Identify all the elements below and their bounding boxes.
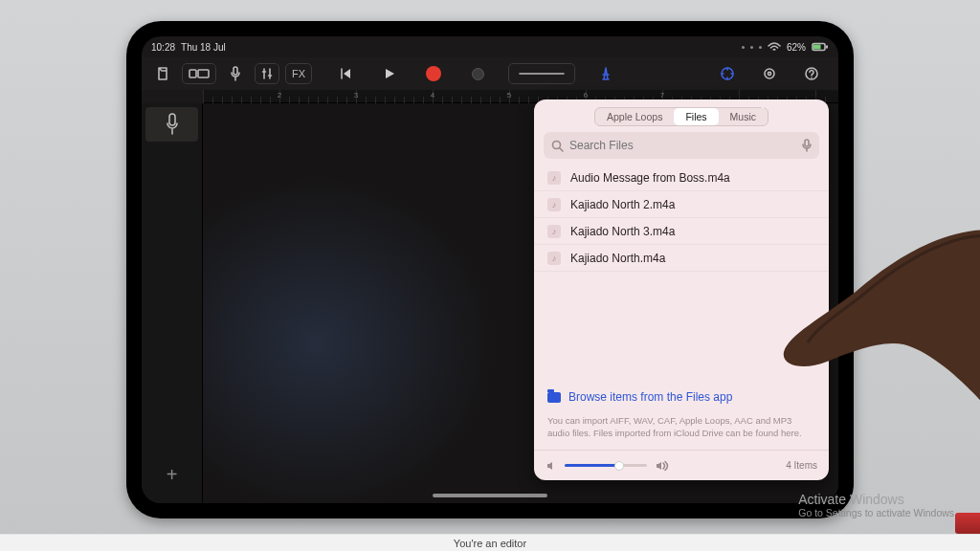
settings-icon[interactable] bbox=[756, 62, 783, 85]
metronome-button[interactable] bbox=[592, 62, 619, 85]
browser-tabs: Apple Loops Files Music bbox=[594, 107, 768, 126]
file-name: Audio Message from Boss.m4a bbox=[570, 171, 730, 185]
stop-indicator bbox=[464, 62, 491, 85]
svg-point-8 bbox=[768, 72, 770, 75]
browse-files-link[interactable]: Browse items from the Files app bbox=[534, 385, 829, 409]
status-battery: 62% bbox=[787, 42, 806, 53]
app-toolbar: FX bbox=[142, 57, 838, 90]
status-time: 10:28 bbox=[151, 42, 175, 53]
track-headers-column: + bbox=[142, 103, 203, 503]
record-button[interactable] bbox=[420, 62, 447, 85]
tracks-view-button[interactable] bbox=[182, 63, 216, 84]
loop-browser-popover: Apple Loops Files Music ♪Audio Message f… bbox=[534, 99, 829, 480]
rewind-button[interactable] bbox=[332, 62, 359, 85]
mic-icon[interactable] bbox=[222, 62, 249, 85]
corner-badge bbox=[955, 513, 980, 534]
search-field[interactable] bbox=[544, 132, 819, 159]
help-icon[interactable] bbox=[798, 62, 825, 85]
file-row[interactable]: ♪Kajiado North.m4a bbox=[534, 245, 829, 272]
file-row[interactable]: ♪Kajiado North 3.m4a bbox=[534, 218, 829, 245]
audio-file-icon: ♪ bbox=[547, 252, 561, 265]
battery-icon bbox=[812, 42, 829, 52]
windows-activation-watermark: Activate Windows Go to Settings to activ… bbox=[798, 492, 957, 518]
ipad-frame: 10:28 Thu 18 Jul 62% bbox=[126, 21, 854, 518]
svg-rect-1 bbox=[813, 45, 821, 50]
browser-view-icon[interactable] bbox=[149, 62, 176, 85]
preview-volume-bar: 4 Items bbox=[534, 450, 829, 480]
item-count: 4 Items bbox=[786, 460, 817, 471]
file-name: Kajiado North 3.m4a bbox=[570, 225, 675, 238]
play-button[interactable] bbox=[376, 62, 403, 85]
svg-rect-2 bbox=[826, 46, 828, 49]
svg-point-11 bbox=[553, 141, 561, 148]
track-controls-button[interactable] bbox=[255, 63, 279, 84]
search-icon bbox=[551, 140, 564, 152]
watermark-title: Activate Windows bbox=[798, 492, 957, 507]
svg-rect-12 bbox=[805, 140, 809, 146]
tab-apple-loops[interactable]: Apple Loops bbox=[595, 108, 674, 125]
search-input[interactable] bbox=[569, 139, 796, 152]
volume-high-icon bbox=[655, 460, 669, 472]
svg-rect-4 bbox=[198, 70, 209, 77]
loop-browser-button[interactable] bbox=[714, 62, 741, 85]
svg-rect-10 bbox=[169, 114, 175, 125]
svg-point-7 bbox=[765, 69, 774, 78]
transport-controls bbox=[332, 62, 619, 85]
add-track-button[interactable]: + bbox=[161, 463, 184, 486]
audio-track-header[interactable] bbox=[145, 107, 198, 142]
volume-slider[interactable] bbox=[565, 464, 647, 467]
dictation-icon[interactable] bbox=[802, 139, 812, 152]
watermark-subtitle: Go to Settings to activate Windows. bbox=[798, 507, 957, 518]
import-hint-text: You can import AIFF, WAV, CAF, Apple Loo… bbox=[534, 409, 829, 450]
fx-button[interactable]: FX bbox=[285, 63, 312, 84]
svg-rect-5 bbox=[234, 67, 237, 75]
tab-music[interactable]: Music bbox=[719, 108, 768, 125]
home-indicator[interactable] bbox=[433, 494, 547, 497]
svg-rect-3 bbox=[189, 70, 196, 77]
file-name: Kajiado North 2.m4a bbox=[570, 198, 675, 211]
file-name: Kajiado North.m4a bbox=[570, 252, 665, 265]
file-row[interactable]: ♪Kajiado North 2.m4a bbox=[534, 191, 829, 218]
caption-bar: You're an editor bbox=[0, 534, 980, 551]
screen: 10:28 Thu 18 Jul 62% bbox=[142, 36, 838, 503]
audio-file-icon: ♪ bbox=[547, 198, 561, 211]
timecode-display[interactable] bbox=[508, 63, 575, 84]
status-bar: 10:28 Thu 18 Jul 62% bbox=[142, 36, 838, 57]
status-date: Thu 18 Jul bbox=[181, 42, 226, 53]
audio-file-icon: ♪ bbox=[547, 225, 561, 238]
folder-icon bbox=[547, 392, 561, 403]
volume-low-icon bbox=[546, 460, 557, 472]
wifi-icon bbox=[768, 42, 781, 52]
file-row[interactable]: ♪Audio Message from Boss.m4a bbox=[534, 165, 829, 191]
stage: 10:28 Thu 18 Jul 62% bbox=[0, 0, 980, 551]
file-list: ♪Audio Message from Boss.m4a ♪Kajiado No… bbox=[534, 165, 829, 272]
caption-text: You're an editor bbox=[454, 538, 526, 549]
audio-file-icon: ♪ bbox=[547, 171, 561, 185]
tab-files[interactable]: Files bbox=[674, 108, 718, 125]
browse-files-label: Browse items from the Files app bbox=[568, 390, 732, 404]
